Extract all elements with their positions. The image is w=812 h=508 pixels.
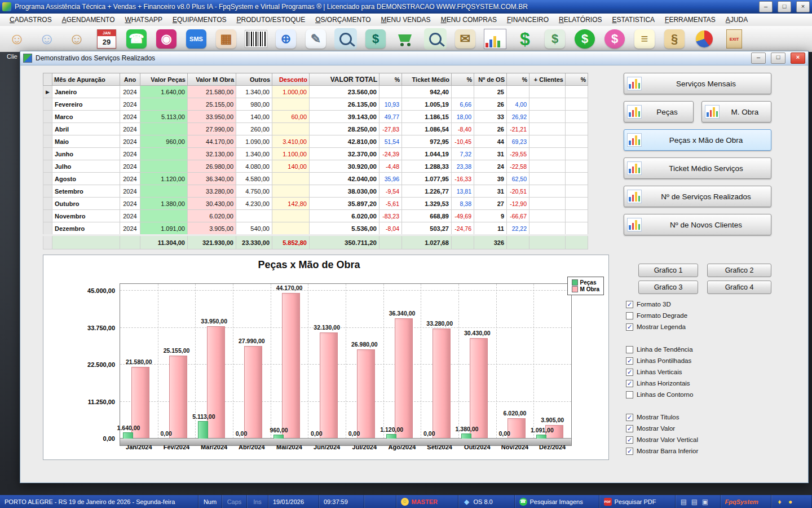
checkbox-mostrar-valor-vertical[interactable]: ✓Mostrar Valor Vertical — [626, 434, 698, 445]
menu-item-estatistica[interactable]: ESTATISTICA — [607, 15, 660, 25]
checkbox-box[interactable] — [626, 346, 633, 353]
status-devices[interactable]: ▤ ▤ ▣ — [676, 495, 721, 508]
table-row[interactable]: Novembro20246.020,006.020,00-83,23668,89… — [43, 210, 588, 222]
statistics-icon[interactable] — [483, 27, 508, 51]
exit-icon[interactable]: EXIT — [722, 27, 747, 51]
checkbox-linhas-horizontais[interactable]: ✓Linhas Horizontais — [626, 378, 690, 389]
checkbox-box[interactable]: ✓ — [626, 301, 633, 308]
table-row[interactable]: Marco20245.113,0033.950,00140,0060,0039.… — [43, 111, 588, 123]
restore-button[interactable]: □ — [778, 1, 791, 12]
search-pdf-button[interactable]: PDF Pesquisar PDF — [599, 495, 676, 508]
table-row[interactable]: Abril202427.990,00260,0028.250,00-27,831… — [43, 123, 588, 135]
barcode-icon[interactable] — [244, 27, 268, 51]
instagram-icon[interactable]: ◉ — [154, 27, 179, 51]
checkbox-box[interactable]: ✓ — [626, 357, 633, 365]
table-cell: 25.155,00 — [188, 98, 236, 111]
finance-dollar-icon[interactable]: $ — [513, 27, 537, 51]
menu-item-os-or-amento[interactable]: OS/ORÇAMENTO — [310, 15, 376, 25]
checkbox-linha-de-tend-ncia[interactable]: Linha de Tendência — [626, 344, 693, 355]
table-row[interactable]: Maio2024960,0044.170,001.090,003.410,004… — [43, 135, 588, 148]
checkbox-formato-degrade[interactable]: Formato Degrade — [626, 310, 687, 321]
close-button[interactable]: × — [796, 1, 810, 12]
checkbox-mostrar-titulos[interactable]: ✓Mostrar Titulos — [626, 411, 679, 423]
os-form-icon[interactable]: ✎ — [303, 27, 328, 51]
sales-cart-icon[interactable] — [393, 27, 418, 51]
checkbox-linhas-pontilhadas[interactable]: ✓Linhas Pontilhadas — [626, 355, 691, 366]
pecas-button[interactable]: Peças — [624, 101, 694, 122]
child-title-bar[interactable]: Demonstrativo dos Serviços Realizados – … — [20, 51, 808, 65]
ticket-medio-servicos-button[interactable]: Ticket Médio Serviços — [624, 157, 771, 179]
certificate-icon[interactable]: § — [662, 27, 687, 51]
checkbox-linhas-verticais[interactable]: ✓Linhas Verticais — [626, 366, 682, 378]
servicos-mensais-button[interactable]: Serviços Mensais — [624, 73, 771, 94]
menu-item-produto-estoque[interactable]: PRODUTO/ESTOQUE — [232, 15, 311, 25]
search-images-button[interactable]: ☎ Pesquisar Imagens — [515, 495, 599, 508]
grafico-2-button[interactable]: Grafico 2 — [707, 264, 771, 277]
checkbox-box[interactable]: ✓ — [626, 369, 633, 376]
checkbox-box[interactable]: ✓ — [626, 380, 633, 387]
bar-value-mobra: 6.020,00 — [494, 410, 536, 417]
clients-icon[interactable]: ☺ — [5, 27, 29, 51]
table-row[interactable]: Fevereiro202425.155,00980,0026.135,0010,… — [43, 98, 588, 111]
table-row[interactable]: Junho202432.130,001.340,001.100,0032.370… — [43, 148, 588, 160]
search-sales-icon[interactable] — [423, 27, 448, 51]
employees-icon[interactable]: ☺ — [64, 27, 89, 51]
child-close-button[interactable]: × — [791, 52, 805, 64]
checkbox-box[interactable] — [626, 312, 633, 319]
pecas-x-mao-de-obra-button[interactable]: Peças x Mão de Obra — [624, 129, 771, 151]
checkbox-box[interactable]: ✓ — [626, 425, 633, 432]
checkbox-linhas-de-contorno[interactable]: Linhas de Contorno — [626, 389, 693, 400]
n-de-servicos-realizados-button[interactable]: Nº de Serviços Realizados — [624, 186, 771, 207]
table-row[interactable]: Outubro20241.380,0030.430,004.230,00142,… — [43, 198, 588, 210]
checkbox-mostrar-valor[interactable]: ✓Mostrar Valor — [626, 423, 675, 434]
grafico-3-button[interactable]: Grafico 3 — [638, 281, 698, 294]
table-row[interactable]: ▶Janeiro20241.640,0021.580,001.340,001.0… — [43, 86, 588, 98]
n-de-novos-clientes-button[interactable]: Nº de Novos Clientes — [624, 214, 771, 235]
table-row[interactable]: Setembro202433.280,004.750,0038.030,00-9… — [43, 185, 588, 198]
table-cell: -9,54 — [379, 185, 402, 198]
whatsapp-icon[interactable]: ☎ — [124, 27, 149, 51]
table-row[interactable]: Dezembro20241.091,003.905,00540,005.536,… — [43, 222, 588, 235]
checkbox-mostrar-barra-inferior[interactable]: ✓Mostrar Barra Inferior — [626, 445, 698, 457]
checkbox-mostrar-legenda[interactable]: ✓Mostrar Legenda — [626, 321, 686, 332]
grafico-4-button[interactable]: Grafico 4 — [707, 281, 771, 294]
pie-chart-icon[interactable] — [692, 27, 717, 51]
checkbox-box[interactable]: ✓ — [626, 323, 633, 331]
menu-item-menu-vendas[interactable]: MENU VENDAS — [376, 15, 436, 25]
calendar-icon[interactable]: JAN29 — [94, 27, 119, 51]
dollar-pink-icon[interactable]: $ — [602, 27, 627, 51]
grafico-1-button[interactable]: Grafico 1 — [638, 264, 698, 277]
menu-item-financeiro[interactable]: FINANCEIRO — [502, 15, 554, 25]
dollar-green-icon[interactable]: $ — [572, 27, 597, 51]
menu-item-ferramentas[interactable]: FERRAMENTAS — [660, 15, 721, 25]
child-minimize-button[interactable]: – — [751, 52, 766, 64]
purchases-icon[interactable]: ✉ — [453, 27, 478, 51]
table-row[interactable]: Agosto20241.120,0036.340,004.580,0042.04… — [43, 173, 588, 185]
minimize-button[interactable]: – — [759, 1, 773, 12]
menu-item-whatsapp[interactable]: WHATSAPP — [120, 15, 167, 25]
checkbox-box[interactable] — [626, 391, 633, 398]
menu-item-menu-compras[interactable]: MENU COMPRAS — [436, 15, 502, 25]
menu-item-cadastros[interactable]: CADASTROS — [5, 15, 57, 25]
table-row[interactable]: Julho202426.980,004.080,00140,0030.920,0… — [43, 160, 588, 173]
checkbox-formato-3d[interactable]: ✓Formato 3D — [626, 299, 671, 310]
technicians-icon[interactable]: ☺ — [34, 27, 59, 51]
equipment-icon[interactable]: ▦ — [214, 27, 239, 51]
search-os-icon[interactable] — [333, 27, 358, 51]
checkbox-box[interactable]: ✓ — [626, 414, 633, 421]
menu-item-equipamentos[interactable]: EQUIPAMENTOS — [167, 15, 232, 25]
checkbox-box[interactable]: ✓ — [626, 448, 633, 455]
main-title-bar[interactable]: Programa Assistência Técnica + Vendas + … — [0, 0, 812, 14]
menu-item-agendamento[interactable]: AGENDAMENTO — [57, 15, 120, 25]
sms-icon[interactable]: SMS — [184, 27, 209, 51]
web-search-icon[interactable]: ⊕ — [273, 27, 298, 51]
m-obra-button[interactable]: M. Obra — [701, 101, 771, 122]
menu-item-relat-rios[interactable]: RELATÓRIOS — [554, 15, 607, 25]
bar-value-pecas: 0,00 — [147, 430, 186, 437]
budget-icon[interactable]: $ — [363, 27, 388, 51]
menu-item-ajuda[interactable]: AJUDA — [721, 15, 753, 25]
checkbox-box[interactable]: ✓ — [626, 436, 633, 444]
receipts-icon[interactable]: ≡ — [632, 27, 657, 51]
child-restore-button[interactable]: □ — [771, 52, 785, 64]
money-icon[interactable]: $ — [542, 27, 567, 51]
